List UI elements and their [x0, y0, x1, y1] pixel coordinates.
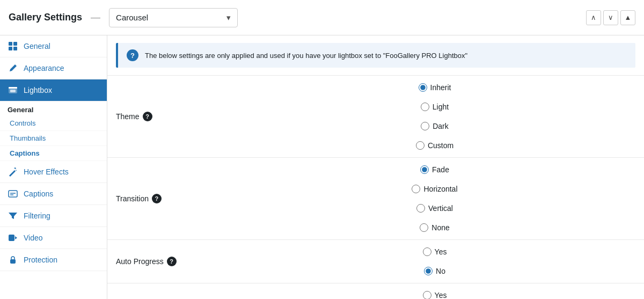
theme-option-light-label: Light [433, 103, 449, 111]
fit-media-radio-yes[interactable] [423, 291, 431, 299]
info-message: The below settings are only applied and … [145, 52, 467, 60]
svg-rect-0 [9, 42, 12, 46]
grid-icon [8, 41, 18, 52]
auto-progress-radio-no[interactable] [424, 267, 433, 275]
sidebar-sub-item-captions[interactable]: Captions [0, 146, 107, 161]
svg-rect-3 [13, 47, 17, 50]
transition-option-vertical[interactable]: Vertical [416, 204, 453, 213]
theme-radio-dark[interactable] [421, 122, 429, 130]
filter-icon [8, 210, 18, 221]
info-icon: ? [127, 49, 138, 61]
sidebar: General Appearance Lightbox General Cont… [0, 35, 107, 299]
sidebar-item-hover-effects[interactable]: Hover Effects [0, 161, 107, 183]
transition-radio-none[interactable] [420, 223, 428, 232]
info-bar: ? The below settings are only applied an… [116, 43, 635, 68]
gallery-settings-title: Gallery Settings [9, 12, 82, 23]
wand-icon [8, 166, 18, 177]
sidebar-sub-item-thumbnails-label: Thumbnails [10, 134, 46, 142]
header-divider: — [91, 12, 100, 23]
svg-rect-2 [9, 47, 12, 50]
sidebar-item-lightbox-label: Lightbox [24, 86, 52, 94]
sidebar-item-protection-label: Protection [24, 256, 57, 264]
sidebar-sub-item-captions-label: Captions [10, 149, 40, 157]
transition-help-icon[interactable]: ? [152, 194, 162, 203]
sidebar-item-filtering[interactable]: Filtering [0, 205, 107, 227]
theme-option-inherit[interactable]: Inherit [419, 83, 451, 92]
video-icon [8, 232, 18, 243]
transition-radio-fade[interactable] [420, 165, 429, 174]
sidebar-item-captions[interactable]: Captions [0, 183, 107, 205]
transition-label: Transition [116, 194, 149, 203]
theme-option-light[interactable]: Light [421, 103, 449, 111]
svg-rect-8 [9, 191, 17, 197]
theme-option-inherit-label: Inherit [430, 83, 451, 92]
fit-media-option-yes-label: Yes [435, 291, 447, 299]
auto-progress-label: Auto Progress [116, 257, 164, 266]
header: Gallery Settings — Carousel ▾ ∧ ∨ ▲ [0, 0, 644, 35]
svg-rect-7 [10, 90, 16, 92]
sidebar-section-general: General [0, 101, 107, 116]
sidebar-item-video[interactable]: Video [0, 227, 107, 249]
svg-rect-13 [10, 259, 16, 264]
captions-icon [8, 188, 18, 199]
sidebar-item-protection[interactable]: Protection [0, 249, 107, 271]
transition-label-container: Transition? [116, 194, 217, 203]
transition-radio-horizontal[interactable] [412, 185, 420, 193]
fit-media-option-yes[interactable]: Yes [423, 291, 447, 299]
sidebar-item-appearance[interactable]: Appearance [0, 57, 107, 79]
theme-label: Theme [116, 112, 140, 121]
theme-radio-custom[interactable] [416, 141, 425, 150]
svg-marker-12 [15, 236, 17, 239]
dropdown-value: Carousel [116, 13, 148, 22]
sidebar-item-captions-label: Captions [24, 189, 53, 198]
transition-radio-vertical[interactable] [416, 204, 425, 213]
auto-progress-option-no-label: No [436, 267, 445, 275]
theme-option-custom-label: Custom [428, 141, 453, 150]
dropdown-arrow-icon: ▾ [226, 13, 231, 23]
auto-progress-option-no[interactable]: No [424, 267, 445, 275]
theme-radio-inherit[interactable] [419, 83, 427, 92]
sidebar-item-filtering-label: Filtering [24, 212, 50, 220]
svg-rect-6 [9, 87, 17, 89]
sidebar-item-lightbox[interactable]: Lightbox [0, 79, 107, 101]
sidebar-item-general[interactable]: General [0, 35, 107, 57]
sidebar-item-general-label: General [24, 42, 50, 50]
transition-option-horizontal[interactable]: Horizontal [412, 185, 457, 193]
sidebar-sub-item-thumbnails[interactable]: Thumbnails [0, 131, 107, 146]
auto-progress-option-yes-label: Yes [435, 247, 447, 256]
sidebar-sub-item-controls-label: Controls [10, 119, 35, 127]
auto-progress-help-icon[interactable]: ? [167, 257, 177, 266]
brush-icon [8, 63, 18, 74]
nav-top-button[interactable]: ▲ [620, 10, 635, 25]
carousel-dropdown[interactable]: Carousel ▾ [109, 8, 238, 27]
auto-progress-radio-yes[interactable] [423, 247, 431, 256]
auto-progress-option-yes[interactable]: Yes [423, 247, 447, 256]
settings-row-auto-progress: Auto Progress?YesNo [107, 240, 644, 283]
settings-table: Theme?InheritLightDarkCustomTransition?F… [107, 75, 644, 299]
theme-option-dark-label: Dark [433, 122, 449, 130]
settings-row-theme: Theme?InheritLightDarkCustom [107, 76, 644, 158]
settings-row-transition: Transition?FadeHorizontalVerticalNone [107, 158, 644, 240]
svg-rect-11 [9, 235, 14, 241]
header-nav-buttons: ∧ ∨ ▲ [586, 10, 635, 25]
lightbox-icon [8, 85, 18, 96]
theme-option-dark[interactable]: Dark [421, 122, 449, 130]
nav-down-button[interactable]: ∨ [603, 10, 618, 25]
transition-option-vertical-label: Vertical [428, 204, 453, 213]
nav-up-button[interactable]: ∧ [586, 10, 601, 25]
sidebar-sub-item-controls[interactable]: Controls [0, 116, 107, 131]
sidebar-item-hover-effects-label: Hover Effects [24, 167, 69, 176]
theme-help-icon[interactable]: ? [143, 112, 152, 121]
transition-option-fade-label: Fade [432, 165, 449, 174]
sidebar-item-appearance-label: Appearance [24, 64, 64, 72]
transition-option-none-label: None [431, 223, 449, 232]
transition-option-none[interactable]: None [420, 223, 449, 232]
lock-icon [8, 254, 18, 265]
sidebar-item-video-label: Video [24, 234, 43, 242]
theme-radio-light[interactable] [421, 103, 429, 111]
main-content: ? The below settings are only applied an… [107, 35, 644, 299]
theme-option-custom[interactable]: Custom [416, 141, 453, 150]
transition-option-fade[interactable]: Fade [420, 165, 449, 174]
auto-progress-label-container: Auto Progress? [116, 257, 217, 266]
theme-label-container: Theme? [116, 112, 217, 121]
